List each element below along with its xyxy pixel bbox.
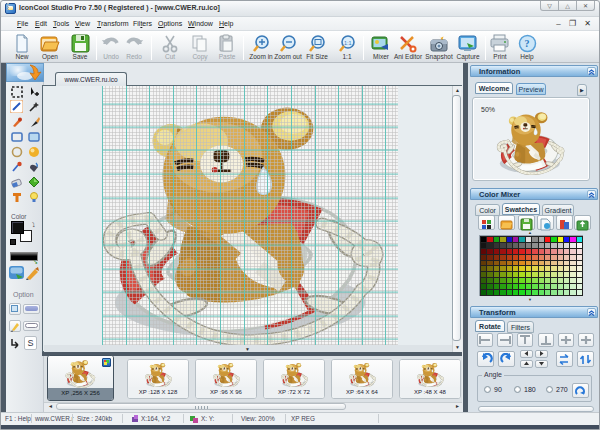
svg-text:1:1: 1:1 — [344, 40, 352, 46]
svg-text:?: ? — [524, 38, 529, 49]
